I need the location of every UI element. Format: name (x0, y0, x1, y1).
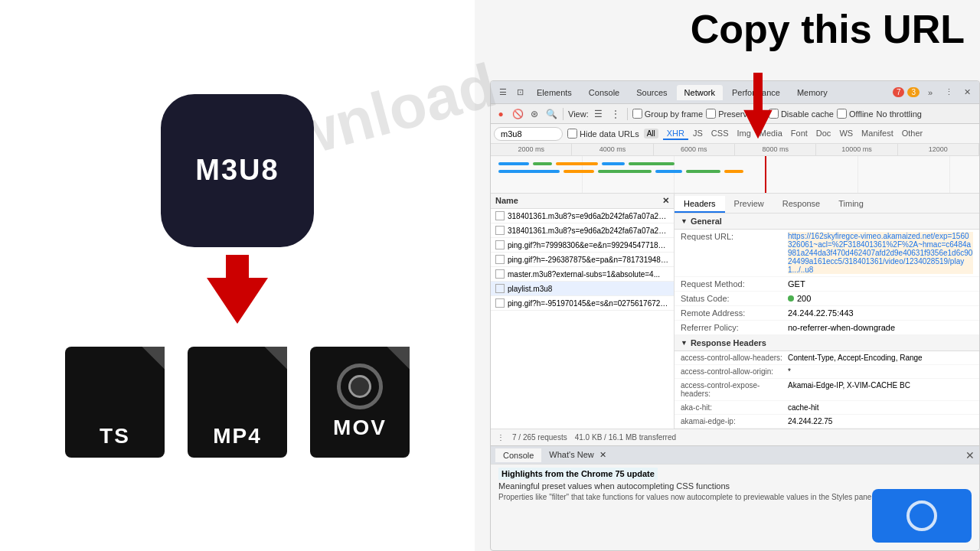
tab-console[interactable]: Console (581, 85, 627, 100)
req-name-2: ping.gif?h=79998306&e=e&n=99294547718322… (508, 241, 669, 249)
tab-memory[interactable]: Memory (789, 85, 835, 100)
tab-response[interactable]: Response (773, 196, 830, 213)
tab-timing[interactable]: Timing (829, 196, 873, 213)
request-item-4[interactable]: master.m3u8?external-subs=1&absolute=4..… (491, 267, 674, 282)
aka-c-hit-row: aka-c-hit: cache-hit (675, 401, 979, 415)
hide-data-check[interactable] (567, 129, 577, 139)
filter-input[interactable] (494, 127, 563, 141)
svg-rect-0 (753, 73, 763, 113)
console-tab[interactable]: Console (495, 448, 541, 462)
right-panel: Copy this URL ☰ ⊡ Elements Console Sourc… (475, 0, 980, 551)
network-toolbar: ● 🚫 ⊛ 🔍 View: ☰ ⋮ Group by frame Preserv… (491, 104, 979, 124)
red-arrow (739, 73, 777, 145)
acaex-header-row: access-control-expose-headers: Akamai-Ed… (675, 379, 979, 401)
akamai-edge-row: akamai-edge-ip: 24.244.22.75 (675, 415, 979, 429)
close-whats-new[interactable]: ✕ (599, 450, 606, 459)
status-bar: ⋮ 7 / 265 requests 41.0 KB / 16.1 MB tra… (491, 429, 979, 445)
tab-headers[interactable]: Headers (675, 196, 725, 213)
remote-address-value: 24.244.22.75:443 (788, 308, 973, 318)
offline-check[interactable] (837, 109, 847, 119)
bar11 (724, 170, 743, 173)
req-icon-2 (495, 240, 505, 249)
mov-file-icon: MOV (310, 347, 410, 458)
view-cols-btn[interactable]: ⋮ (609, 107, 622, 121)
filter-xhr[interactable]: XHR (663, 128, 688, 140)
blue-action-button[interactable] (872, 489, 972, 543)
mark-2000: 2000 ms (491, 144, 572, 155)
filter-ws[interactable]: WS (835, 128, 857, 140)
close-console-btn[interactable]: ✕ (965, 449, 975, 461)
tab-elements[interactable]: Elements (529, 85, 580, 100)
devtools-icons: 7 3 » ⋮ ✕ (893, 85, 975, 100)
request-item-5[interactable]: playlist.m3u8 (491, 282, 674, 296)
response-headers-section-header[interactable]: Response Headers (675, 335, 979, 351)
request-item-1[interactable]: 318401361.m3u8?s=e9d6a2b242fa67a07a2af56… (491, 223, 674, 238)
akamai-edge-key: akamai-edge-ip: (681, 417, 788, 425)
ts-label: TS (100, 424, 130, 448)
more-tabs-icon[interactable]: » (923, 85, 938, 100)
bar9 (655, 170, 682, 173)
ts-file-icon: TS (65, 347, 165, 458)
preserve-log-check[interactable] (706, 109, 716, 119)
whats-new-tab[interactable]: What's New ✕ (541, 448, 613, 462)
disable-cache-label[interactable]: Disable cache (769, 109, 834, 119)
mark-4000: 4000 ms (572, 144, 653, 155)
request-url-value: https://162skyfiregce-vimeo.akamaized.ne… (788, 232, 973, 274)
status-code-row: Status Code: 200 (675, 292, 979, 306)
mark-8000: 8000 ms (735, 144, 816, 155)
acao-header-row: access-control-allow-headers: Content-Ty… (675, 351, 979, 365)
group-by-frame-check[interactable] (632, 109, 642, 119)
filter-manifest[interactable]: Manifest (858, 128, 897, 140)
general-section-header[interactable]: General (675, 214, 979, 230)
film-icon (337, 364, 383, 409)
mp4-file-icon: MP4 (188, 347, 287, 458)
acao-key: access-control-allow-headers: (681, 354, 788, 362)
sep1 (563, 108, 564, 120)
clear-btn[interactable]: 🚫 (511, 107, 524, 121)
error-badge: 7 (893, 87, 905, 97)
tab-network[interactable]: Network (677, 85, 723, 100)
mov-label: MOV (333, 416, 387, 440)
menu-icon[interactable]: ⋮ (497, 433, 505, 442)
filter-other[interactable]: Other (898, 128, 927, 140)
devtools-tabbar: ☰ ⊡ Elements Console Sources Network Per… (491, 81, 979, 104)
request-item-0[interactable]: 318401361.m3u8?s=e9d6a2b242fa67a07a2af56… (491, 209, 674, 223)
close-list-icon[interactable]: ✕ (662, 196, 669, 206)
tab-preview[interactable]: Preview (725, 196, 773, 213)
request-method-value: GET (788, 279, 973, 289)
view-rows-btn[interactable]: ☰ (592, 107, 606, 121)
close-devtools-icon[interactable]: ✕ (959, 85, 975, 100)
filter-font[interactable]: Font (787, 128, 812, 140)
bar2 (533, 162, 552, 165)
group-by-frame-label[interactable]: Group by frame (632, 109, 703, 119)
record-btn[interactable]: ● (494, 107, 508, 121)
request-item-2[interactable]: ping.gif?h=79998306&e=e&n=99294547718322… (491, 238, 674, 253)
tab-sources[interactable]: Sources (629, 85, 675, 100)
req-icon-1 (495, 226, 505, 235)
timeline-area[interactable]: 2000 ms 4000 ms 6000 ms 8000 ms 10000 ms… (491, 144, 979, 194)
filter-icon[interactable]: ⊛ (528, 107, 541, 121)
transferred-size: 41.0 KB / 16.1 MB transferred (575, 433, 676, 442)
detail-tabs: Headers Preview Response Timing (675, 194, 979, 214)
devtools-inspect-icon[interactable]: ⊡ (512, 85, 528, 100)
devtools-pointer-icon[interactable]: ☰ (495, 85, 511, 100)
filter-type-tabs: XHR JS CSS Img Media Font Doc WS Manifes… (663, 128, 926, 140)
search-btn[interactable]: 🔍 (544, 107, 558, 121)
bar10 (686, 170, 720, 173)
filter-js[interactable]: JS (689, 128, 707, 140)
filter-css[interactable]: CSS (707, 128, 733, 140)
req-name-1: 318401361.m3u8?s=e9d6a2b242fa67a07a2af56… (508, 227, 669, 235)
acaex-key: access-control-expose-headers: (681, 381, 788, 398)
req-name-3: ping.gif?h=-296387875&e=pa&n=78173194872… (508, 256, 669, 264)
filter-bar: Hide data URLs All XHR JS CSS Img Media … (491, 124, 979, 144)
console-tabs: Console What's New ✕ ✕ (491, 446, 979, 465)
request-url-key: Request URL: (681, 232, 788, 241)
request-item-3[interactable]: ping.gif?h=-296387875&e=pa&n=78173194872… (491, 253, 674, 267)
filter-doc[interactable]: Doc (812, 128, 835, 140)
hide-data-urls-label[interactable]: Hide data URLs (567, 129, 639, 139)
settings-icon[interactable]: ⋮ (941, 85, 956, 100)
mark-12000: 12000 (898, 144, 979, 155)
request-item-6[interactable]: ping.gif?h=-951970145&e=s&n=027561767211… (491, 296, 674, 311)
offline-label[interactable]: Offline (837, 109, 874, 119)
request-method-key: Request Method: (681, 279, 788, 289)
